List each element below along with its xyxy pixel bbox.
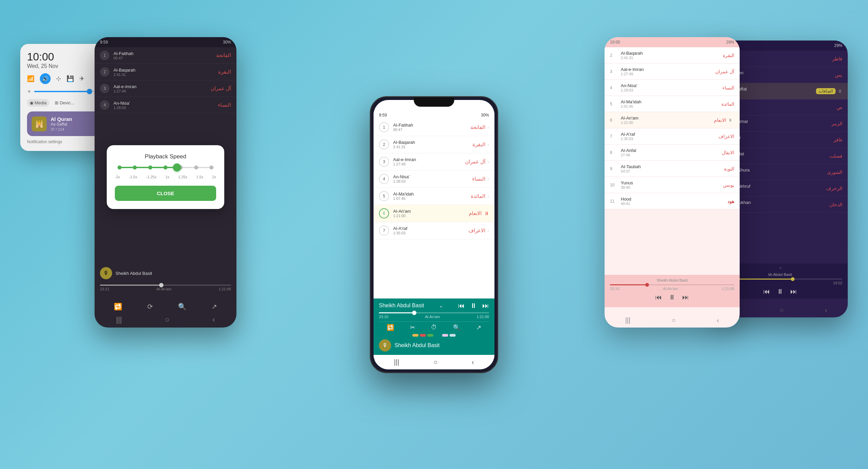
purple-nav-back[interactable]: ‹ [825,306,827,314]
surah-item-5[interactable]: 5 Al-Ma'idah 1:07:45 المائدة › [374,188,494,205]
dark-nav: ||| ○ ‹ [95,315,236,324]
nav-back-icon[interactable]: ‹ [472,358,474,366]
pink-item[interactable]: 9At-Taubah54:37التوبة [605,161,740,177]
dark-surah-list: 1 Al-Fatihah 00:47 الفاتحة 2 Al-Baqarah … [95,47,236,113]
purple-prev-icon[interactable]: ⏮ [763,288,770,295]
pink-item[interactable]: 3Aal-e-Imran1:27:49آل عمران [605,63,740,80]
current-surah-name: Al-An'am [156,287,171,291]
nav-back-icon[interactable]: ‹ [212,315,215,324]
speed-label: 1.5x [196,175,203,179]
pink-item[interactable]: 2Al-Baqarah2:41:31البقرة [605,47,740,63]
phone-dark: 9:59 30% 1 Al-Fatihah 00:47 الفاتحة 2 Al… [95,37,236,328]
surah-item-3[interactable]: 3 Aal-e-Imran 1:27:49 آل عمران › [374,153,494,171]
pink-time: 10:00 [610,40,620,45]
player-labels: 23:10 Al-An'am 1:21:00 [379,315,489,319]
nav-menu-icon[interactable]: ||| [116,315,122,324]
nav-home-icon[interactable]: ○ [165,315,169,324]
scissors-icon[interactable]: ✂ [410,324,415,331]
dark-battery: 30% [223,40,231,45]
dark-progress: 23:21 Al-An'am 1:21:00 [95,282,236,294]
speed-label: -2x [115,175,120,179]
surah-item-1[interactable]: 1 Al-Fatihah 00:47 الفاتحة › [374,119,494,136]
surah-item-6-active[interactable]: 6 Al-An'am 1:21:00 الانعام ⏸ [374,205,494,222]
surah-item-2[interactable]: 2 Al-Baqarah 2:41:31 البقرة › [374,136,494,153]
pink-progress[interactable] [610,284,734,285]
dark-bottom-icons: 🔁 ⟳ 🔍 ↗ [95,303,236,311]
share-icon[interactable]: ↗ [211,303,217,311]
pink-pause-icon[interactable]: ⏸ [728,118,732,123]
playing-pause-icon[interactable]: ⏸ [484,211,489,216]
center-notch [414,97,454,107]
search-icon[interactable]: 🔍 [453,324,460,331]
devices-container: 10:00 Wed, 25 Nov 📶 🔊 ⊹ 💾 ✈ ☀ ◉ Media ⊞ … [0,0,868,469]
pink-surah-name: Al-An'am [663,287,678,291]
purple-nav-home[interactable]: ○ [780,306,784,314]
surah-item-7[interactable]: 7 Al-A'raf 1:35:03 الاعراف › [374,222,494,239]
pink-item[interactable]: 10Yunus39:40يونس [605,177,740,193]
pink-reciter: Sheikh Abdul Basit [610,278,734,282]
pink-nav-back[interactable]: ‹ [717,316,719,324]
progress-total: 1:21:00 [477,315,489,319]
purple-next-icon[interactable]: ⏭ [790,288,797,295]
purple-up-icon[interactable]: ⌃ [779,267,782,271]
dark-list-item[interactable]: 3 Aal-e-Imran 1:27:49 آل عمران [95,80,236,97]
purple-time-current: 19:02 [833,281,842,285]
pink-battery: 29% [726,40,734,45]
history-icon[interactable]: ⟳ [147,303,153,311]
dropdown-icon[interactable]: ⌄ [439,303,443,308]
volume-icon[interactable]: 🔊 [40,73,51,84]
dark-status-bar: 9:59 30% [95,37,236,47]
quran-avatar: 🕌 [32,116,47,131]
airplane-icon[interactable]: ✈ [79,75,84,82]
speed-label: 2x [212,175,216,179]
pink-item[interactable]: 8Al-Anfal27:48الانفال [605,145,740,161]
pink-nav-home[interactable]: ○ [671,316,675,324]
media-tab[interactable]: ◉ Media [27,99,49,107]
dark-list-item[interactable]: 1 Al-Fatihah 00:47 الفاتحة [95,47,236,64]
pink-item[interactable]: 4An-Nisa'1:28:03النساء [605,80,740,96]
search-icon[interactable]: 🔍 [178,303,186,311]
pink-player-controls: ⏮ ⏸ ⏭ [610,293,734,301]
phone-pink: 10:00 29% 2Al-Baqarah2:41:31البقرة 3Aal-… [605,37,740,328]
center-status-bar: 9:59 30% [374,109,494,119]
current-surah: Al-An'am [425,315,440,319]
pink-item[interactable]: 7Al-A'raf1:35:03الاعراف [605,128,740,145]
pink-time-total: 1:21:00 [722,287,734,291]
brightness-low-icon: ☀ [27,89,31,94]
wifi-icon: 📶 [27,75,34,82]
pink-player: Sheikh Abdul Basit 23:10 Al-An'am 1:21:0… [605,275,740,307]
dark-reciter: 🎙 Sheikh Abdul Basit [95,264,236,282]
progress-end: 1:21:00 [219,287,231,291]
timer-icon[interactable]: ⏱ [431,324,437,331]
share-icon[interactable]: ↗ [476,324,481,331]
purple-pause-icon[interactable]: ⏸ [777,288,784,295]
dark-list-item[interactable]: 2 Al-Baqarah 2:41:31 البقرة [95,64,236,80]
nav-home-icon[interactable]: ○ [433,358,437,366]
device-tab[interactable]: ⊞ Devic... [52,99,77,107]
prev-icon[interactable]: ⏮ [458,302,465,310]
speed-labels: -2x -1.5x -1.25x 1x 1.25x 1.5x 2x [115,175,216,179]
pink-item-playing[interactable]: 6Al-An'am1:21:00الانعام⏸ [605,112,740,128]
pink-next-icon[interactable]: ⏭ [682,293,689,301]
pink-item[interactable]: 11Hood40:41هود [605,193,740,209]
repeat-icon[interactable]: 🔁 [114,303,122,311]
close-button[interactable]: CLOSE [115,186,216,201]
bluetooth-icon[interactable]: ⊹ [56,75,61,82]
pink-pause-icon[interactable]: ⏸ [669,293,675,301]
playback-slider[interactable] [118,167,213,168]
purple-pause-icon[interactable]: ⏸ [838,88,842,94]
surah-item-4[interactable]: 4 An-Nisa' 1:28:03 النساء › [374,171,494,188]
dark-reciter-name: Sheikh Abdul Basit [116,271,152,276]
speed-label: -1.25x [146,175,157,179]
repeat-icon[interactable]: 🔁 [387,324,394,331]
pause-btn-icon[interactable]: ⏸ [470,302,477,310]
pink-nav-menu[interactable]: ||| [625,316,631,324]
playback-title: Playback Speed [115,153,216,160]
pink-item[interactable]: 5Al-Ma'idah1:01:45المائدة [605,96,740,112]
nav-menu-icon[interactable]: ||| [394,358,400,366]
bottom-reciter-row: 🎙 Sheikh Abdul Basit [379,339,489,351]
pink-prev-icon[interactable]: ⏮ [655,293,662,301]
player-progress[interactable] [379,312,489,313]
dark-list-item[interactable]: 4 An-Nisa' 1:28:03 النساء [95,97,236,113]
next-icon[interactable]: ⏭ [482,302,489,310]
